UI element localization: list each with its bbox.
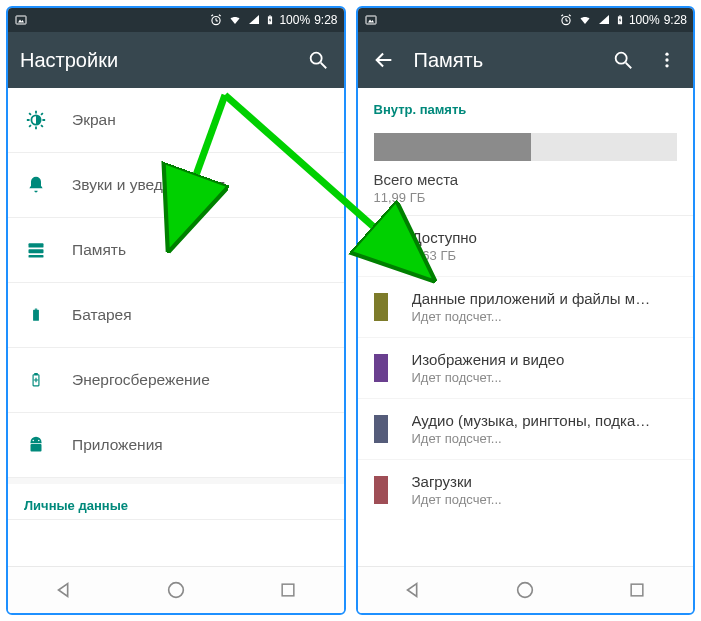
svg-marker-44 — [408, 584, 417, 597]
battery-icon — [615, 13, 625, 27]
home-button[interactable] — [512, 577, 538, 603]
svg-line-31 — [566, 21, 568, 22]
svg-point-43 — [665, 64, 668, 67]
svg-rect-9 — [270, 15, 272, 16]
svg-rect-20 — [35, 374, 37, 375]
clock: 9:28 — [664, 13, 687, 27]
wifi-icon — [227, 14, 243, 26]
category-subtitle: Идет подсчет... — [412, 492, 502, 507]
back-button[interactable] — [51, 577, 77, 603]
color-swatch — [374, 415, 388, 443]
statusbar-image-icon — [14, 14, 28, 26]
storage-category-row[interactable]: Изображения и видеоИдет подсчет... — [358, 337, 694, 398]
color-swatch — [374, 354, 388, 382]
category-title: Данные приложений и файлы мул. — [412, 290, 652, 307]
svg-point-21 — [33, 440, 34, 441]
partial-row — [8, 519, 344, 566]
row-label: Память — [72, 241, 126, 259]
nav-bar — [8, 566, 344, 613]
storage-category-row[interactable]: Аудио (музыка, рингтоны, подкаст.Идет по… — [358, 398, 694, 459]
svg-line-4 — [216, 21, 218, 22]
storage-category-row[interactable]: Данные приложений и файлы мул.Идет подсч… — [358, 276, 694, 337]
row-label: Энергосбережение — [72, 371, 210, 389]
row-sound[interactable]: Звуки и уведомления — [8, 153, 344, 218]
back-icon[interactable] — [370, 46, 398, 74]
row-battery[interactable]: Батарея — [8, 283, 344, 348]
svg-marker-28 — [368, 20, 374, 23]
category-title: Доступно — [412, 229, 477, 246]
battery-saver-icon — [24, 368, 48, 392]
total-label: Всего места — [374, 171, 678, 188]
back-button[interactable] — [400, 577, 426, 603]
appbar-settings: Настройки — [8, 32, 344, 88]
phone-storage: 100% 9:28 Память Внутр. память — [356, 6, 696, 615]
svg-point-25 — [168, 583, 183, 598]
section-personal: Личные данные — [8, 478, 344, 519]
svg-marker-24 — [58, 584, 67, 597]
storage-category-row[interactable]: ЗагрузкиИдет подсчет... — [358, 459, 694, 520]
status-bar: 100% 9:28 — [8, 8, 344, 32]
recents-button[interactable] — [275, 577, 301, 603]
svg-rect-17 — [33, 310, 39, 321]
row-apps[interactable]: Приложения — [8, 413, 344, 478]
settings-list: Экран Звуки и уведомления Память Батарея… — [8, 88, 344, 566]
home-button[interactable] — [163, 577, 189, 603]
category-subtitle: Идет подсчет... — [412, 309, 652, 324]
phone-settings: 100% 9:28 Настройки Экран Звуки и уведом… — [6, 6, 346, 615]
svg-line-40 — [626, 63, 632, 69]
row-power-saving[interactable]: Энергосбережение — [8, 348, 344, 413]
storage-used-segment — [374, 133, 532, 161]
wifi-icon — [577, 14, 593, 26]
svg-rect-16 — [29, 255, 44, 258]
section-internal: Внутр. память — [358, 88, 694, 123]
row-storage[interactable]: Память — [8, 218, 344, 283]
category-subtitle: 6,63 ГБ — [412, 248, 477, 263]
signal-icon — [597, 14, 611, 26]
battery-std-icon — [24, 303, 48, 327]
search-icon[interactable] — [304, 46, 332, 74]
svg-rect-14 — [29, 243, 44, 247]
svg-marker-1 — [18, 20, 24, 23]
search-icon[interactable] — [609, 46, 637, 74]
recents-button[interactable] — [624, 577, 650, 603]
signal-icon — [247, 14, 261, 26]
status-bar: 100% 9:28 — [358, 8, 694, 32]
category-title: Аудио (музыка, рингтоны, подкаст. — [412, 412, 652, 429]
alarm-icon — [559, 13, 573, 27]
battery-percent: 100% — [629, 13, 660, 27]
storage-icon — [24, 238, 48, 262]
color-swatch — [374, 293, 388, 321]
storage-category-row[interactable]: Доступно6,63 ГБ — [358, 215, 694, 276]
bell-icon — [24, 173, 48, 197]
svg-point-11 — [310, 53, 321, 64]
alarm-icon — [209, 13, 223, 27]
overflow-icon[interactable] — [653, 46, 681, 74]
svg-rect-18 — [35, 309, 37, 310]
category-subtitle: Идет подсчет... — [412, 370, 565, 385]
svg-rect-27 — [366, 16, 376, 24]
row-label: Звуки и уведомления — [72, 176, 225, 194]
battery-percent: 100% — [279, 13, 310, 27]
row-display[interactable]: Экран — [8, 88, 344, 153]
svg-line-12 — [320, 63, 326, 69]
category-title: Загрузки — [412, 473, 502, 490]
row-label: Приложения — [72, 436, 163, 454]
nav-bar — [358, 566, 694, 613]
svg-line-5 — [212, 15, 214, 16]
svg-rect-0 — [16, 16, 26, 24]
total-value: 11,99 ГБ — [374, 190, 678, 205]
svg-rect-23 — [31, 444, 42, 451]
svg-line-32 — [561, 15, 563, 16]
appbar-storage: Память — [358, 32, 694, 88]
android-icon — [24, 433, 48, 457]
row-label: Экран — [72, 111, 116, 129]
page-title: Память — [414, 49, 594, 72]
svg-point-39 — [616, 53, 627, 64]
category-title: Изображения и видео — [412, 351, 565, 368]
svg-point-42 — [665, 58, 668, 61]
clock: 9:28 — [314, 13, 337, 27]
svg-marker-7 — [249, 15, 259, 24]
svg-rect-36 — [619, 15, 621, 16]
svg-rect-46 — [631, 584, 643, 596]
svg-point-45 — [518, 583, 533, 598]
